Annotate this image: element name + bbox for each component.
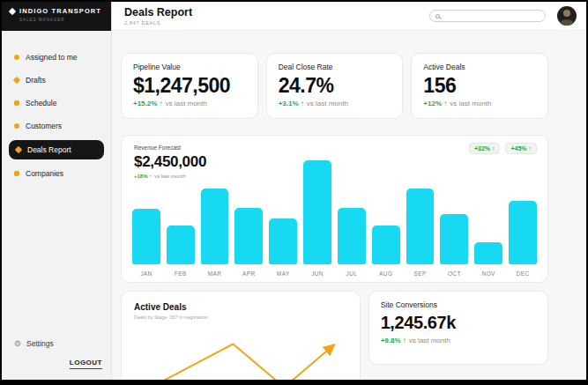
page-title: Deals Report	[124, 6, 192, 19]
conversions-label: Site Conversions	[381, 300, 536, 309]
brand-subtitle: SALES MANAGER	[19, 18, 103, 22]
sidebar-item-deals-report[interactable]: Deals Report	[9, 140, 104, 159]
month-label-feb: FEB	[167, 270, 195, 277]
deals-count: 2,847 DEALS	[124, 20, 192, 26]
sidebar-item-label: Assigned to me	[26, 53, 78, 62]
bar-feb[interactable]	[167, 226, 195, 264]
bottom-row: Active Deals Deals by Stage: 367 in nego…	[121, 291, 548, 380]
month-label-apr: APR	[234, 270, 263, 277]
kpi-card-active-deals[interactable]: Active Deals 156 +12% ↑vs last month	[411, 53, 548, 119]
conversions-delta-suffix: vs last month	[409, 337, 450, 344]
forecast-delta-suffix: vs last month	[154, 174, 185, 179]
bar-dec[interactable]	[509, 201, 537, 264]
topbar: Deals Report 2,847 DEALS	[112, 2, 586, 31]
deals-trend-line-chart	[129, 336, 351, 380]
kpi-delta-suffix: vs last month	[166, 100, 207, 107]
month-label-aug: AUG	[372, 270, 400, 277]
bar-may[interactable]	[269, 218, 297, 264]
sidebar-item-companies[interactable]: Companies	[9, 165, 104, 182]
growth-badge[interactable]: +45% ↑	[505, 143, 537, 154]
kpi-delta-suffix: vs last month	[450, 100, 491, 107]
content: Pipeline Value $1,247,500 +15.2% ↑vs las…	[112, 31, 586, 380]
forecast-header: Revenue Forecast $2,450,000 +18% ↑vs las…	[134, 144, 206, 179]
search-input[interactable]	[443, 13, 540, 19]
kpi-value: 156	[423, 74, 536, 98]
sidebar-item-schedule[interactable]: Schedule	[9, 94, 104, 112]
forecast-badges: +32% ↑ +45% ↑	[469, 143, 537, 154]
kpi-delta: +12% ↑	[423, 100, 447, 107]
deals-trend-title: Active Deals	[134, 302, 347, 312]
kpi-delta: +15.2% ↑	[133, 100, 163, 107]
bar-apr[interactable]	[234, 208, 263, 264]
kpi-card-deal-close-rate[interactable]: Deal Close Rate 24.7% +3.1% ↑vs last mon…	[266, 53, 404, 119]
active-deals-trend-card[interactable]: Active Deals Deals by Stage: 367 in nego…	[121, 291, 361, 380]
kpi-delta-suffix: vs last month	[307, 100, 348, 107]
bar-jan[interactable]	[132, 209, 160, 264]
bar-nov[interactable]	[474, 242, 502, 264]
sidebar-nav: Assigned to me Drafts Schedule Customers…	[2, 31, 111, 188]
month-label-jan: JAN	[132, 270, 160, 277]
bar-mar[interactable]	[201, 189, 229, 264]
calendar-icon	[14, 100, 19, 106]
pencil-icon	[13, 77, 20, 84]
gear-icon: ⚙	[14, 340, 21, 348]
sidebar-item-label: Customers	[26, 122, 62, 130]
brand-logo-icon	[9, 7, 16, 14]
sidebar-bottom: ⚙ Settings LOGOUT	[2, 339, 111, 380]
kpi-card-pipeline-value[interactable]: Pipeline Value $1,247,500 +15.2% ↑vs las…	[121, 53, 258, 119]
growth-badge[interactable]: +32% ↑	[469, 143, 501, 154]
forecast-label: Revenue Forecast	[134, 144, 206, 151]
conversions-delta: +9.8% ↑	[381, 337, 406, 344]
sidebar-item-drafts[interactable]: Drafts	[9, 71, 104, 89]
sidebar-item-label: Drafts	[26, 76, 46, 85]
site-conversions-card[interactable]: Site Conversions 1,245.67k +9.8% ↑vs las…	[368, 291, 548, 365]
revenue-month-labels: JANFEBMARAPRMAYJUNJULAUGSEPOCTNOVDEC	[132, 270, 537, 277]
kpi-label: Pipeline Value	[133, 63, 246, 71]
forecast-delta: +18% ↑	[134, 174, 152, 179]
hand-icon	[14, 55, 19, 60]
settings-label: Settings	[26, 339, 54, 348]
kpi-label: Active Deals	[423, 63, 536, 71]
bar-aug[interactable]	[372, 226, 400, 264]
sidebar-item-settings[interactable]: ⚙ Settings	[14, 339, 102, 348]
month-label-dec: DEC	[509, 270, 537, 277]
kpi-label: Deal Close Rate	[279, 63, 391, 71]
bar-jul[interactable]	[338, 208, 366, 264]
users-icon	[14, 123, 19, 129]
logout-button[interactable]: LOGOUT	[70, 359, 102, 369]
sidebar-item-label: Deals Report	[27, 145, 71, 154]
month-label-may: MAY	[269, 270, 297, 277]
brand-block: INDIGO TRANSPORT SALES MANAGER	[2, 2, 111, 31]
main-area: Deals Report 2,847 DEALS Pipeline Value …	[112, 2, 586, 380]
kpi-delta: +3.1% ↑	[279, 100, 304, 107]
sidebar-item-customers[interactable]: Customers	[9, 117, 104, 135]
bar-jun[interactable]	[303, 160, 331, 264]
sidebar-item-label: Schedule	[26, 99, 56, 107]
month-label-mar: MAR	[201, 270, 229, 277]
sidebar-item-label: Companies	[26, 169, 63, 178]
app-window: INDIGO TRANSPORT SALES MANAGER Assigned …	[0, 0, 588, 385]
month-label-jul: JUL	[338, 270, 366, 277]
sidebar-item-assigned-to-me[interactable]: Assigned to me	[9, 48, 104, 66]
month-label-sep: SEP	[406, 270, 435, 277]
bar-sep[interactable]	[406, 189, 435, 264]
deals-trend-subtitle: Deals by Stage: 367 in negotiation	[134, 315, 347, 320]
building-icon	[14, 171, 19, 176]
month-label-jun: JUN	[303, 270, 331, 277]
search-box[interactable]	[429, 10, 546, 22]
conversions-value: 1,245.67k	[381, 313, 536, 333]
forecast-value: $2,450,000	[134, 153, 206, 171]
revenue-forecast-card: Revenue Forecast $2,450,000 +18% ↑vs las…	[121, 135, 548, 283]
avatar[interactable]	[557, 6, 577, 26]
chart-icon	[15, 146, 22, 153]
kpi-value: $1,247,500	[133, 74, 246, 98]
sidebar: INDIGO TRANSPORT SALES MANAGER Assigned …	[2, 2, 112, 380]
month-label-nov: NOV	[474, 270, 502, 277]
brand-name: INDIGO TRANSPORT	[19, 7, 101, 15]
kpi-row: Pipeline Value $1,247,500 +15.2% ↑vs las…	[121, 53, 548, 119]
month-label-oct: OCT	[440, 270, 468, 277]
bar-oct[interactable]	[440, 214, 468, 264]
kpi-value: 24.7%	[279, 74, 391, 98]
search-icon	[435, 14, 440, 19]
